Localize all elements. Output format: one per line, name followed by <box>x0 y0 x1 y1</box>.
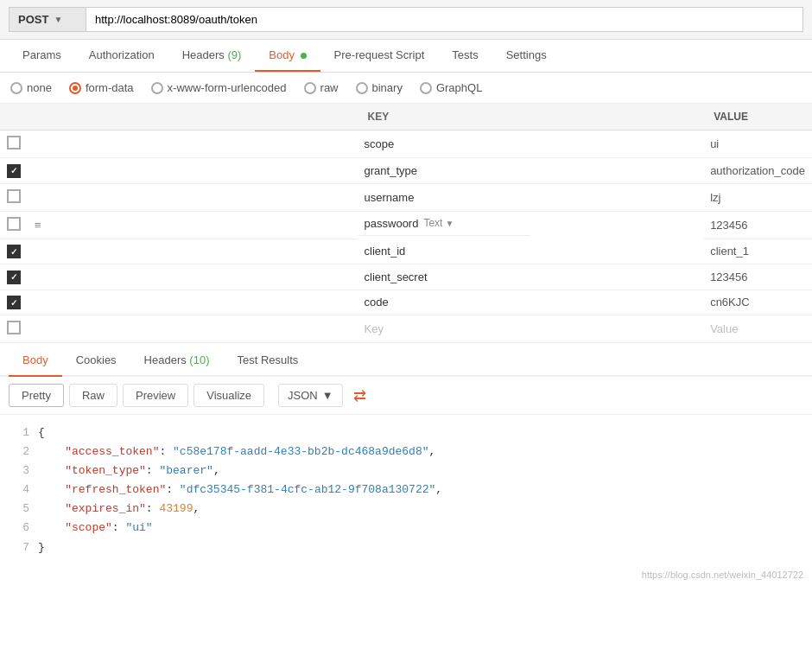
pretty-button[interactable]: Pretty <box>9 384 64 407</box>
radio-binary-dot <box>356 82 368 94</box>
json-key: "scope" <box>65 521 112 534</box>
row-checkbox[interactable] <box>7 217 21 231</box>
row-checkbox[interactable] <box>7 164 21 178</box>
col-value-header: VALUE <box>703 104 812 130</box>
key-cell[interactable]: passwoord <box>365 217 419 230</box>
json-line: 1 { <box>12 423 800 442</box>
json-line: 7 } <box>12 538 800 557</box>
table-row: client_id client_1 <box>0 239 812 264</box>
radio-urlencoded[interactable]: x-www-form-urlencoded <box>151 81 287 94</box>
tab-response-body[interactable]: Body <box>9 345 62 377</box>
radio-graphql-label: GraphQL <box>436 81 482 94</box>
value-cell[interactable]: cn6KJC <box>710 296 750 309</box>
drag-handle <box>28 239 358 264</box>
radio-binary-label: binary <box>372 81 403 94</box>
key-cell[interactable]: code <box>365 296 389 309</box>
json-key: "refresh_token" <box>65 483 166 496</box>
top-tabs: Params Authorization Headers (9) Body Pr… <box>0 40 812 73</box>
form-data-table: KEY VALUE scope ui grant_type authorizat… <box>0 104 812 343</box>
col-key-header: KEY <box>358 104 704 130</box>
row-checkbox[interactable] <box>7 271 21 284</box>
radio-form-data[interactable]: form-data <box>69 81 134 94</box>
json-line: 3 "token_type": "bearer", <box>12 461 800 481</box>
value-cell[interactable]: ui <box>710 137 719 150</box>
key-cell[interactable]: grant_type <box>365 164 417 177</box>
value-cell[interactable]: lzj <box>710 191 720 204</box>
tab-authorization[interactable]: Authorization <box>75 40 168 72</box>
value-cell[interactable]: 123456 <box>710 219 747 232</box>
value-cell[interactable]: 123456 <box>710 271 747 283</box>
value-cell[interactable]: client_1 <box>710 245 749 258</box>
json-entry: "refresh_token": "dfc35345-f381-4cfc-ab1… <box>38 481 442 500</box>
tab-response-headers[interactable]: Headers (10) <box>130 345 224 377</box>
radio-none[interactable]: none <box>10 81 52 94</box>
key-cell[interactable]: client_secret <box>365 271 428 283</box>
json-key: "access_token" <box>65 445 159 458</box>
json-key: "token_type" <box>65 464 146 477</box>
method-selector[interactable]: POST ▼ <box>9 7 86 32</box>
bottom-tabs: Body Cookies Headers (10) Test Results <box>0 345 812 377</box>
line-number: 3 <box>12 461 29 481</box>
tab-body[interactable]: Body <box>255 40 320 72</box>
preview-button[interactable]: Preview <box>123 384 188 407</box>
tab-test-results[interactable]: Test Results <box>223 345 312 377</box>
table-row: client_secret 123456 <box>0 264 812 290</box>
json-key: "expires_in" <box>65 502 146 515</box>
url-input[interactable] <box>86 7 803 32</box>
body-dot-icon <box>301 53 307 59</box>
radio-graphql[interactable]: GraphQL <box>420 81 482 94</box>
tab-tests[interactable]: Tests <box>438 40 492 72</box>
row-checkbox[interactable] <box>7 136 21 150</box>
row-checkbox[interactable] <box>7 321 21 334</box>
url-bar: POST ▼ <box>0 0 812 40</box>
row-checkbox[interactable] <box>7 245 21 258</box>
tab-params[interactable]: Params <box>9 40 75 72</box>
drag-handle <box>28 183 358 211</box>
method-chevron-icon: ▼ <box>54 15 62 24</box>
json-entry: "access_token": "c58e178f-aadd-4e33-bb2b… <box>38 442 435 461</box>
radio-form-data-label: form-data <box>86 81 134 94</box>
key-cell[interactable]: scope <box>365 137 395 150</box>
wrap-icon[interactable]: ⇄ <box>353 386 366 405</box>
radio-none-dot <box>10 82 22 94</box>
json-entry: "scope": "ui" <box>38 519 153 538</box>
key-placeholder[interactable]: Key <box>365 322 384 335</box>
col-drag-header <box>28 104 358 130</box>
radio-raw-label: raw <box>320 81 339 94</box>
radio-raw[interactable]: raw <box>304 81 339 94</box>
json-line: 4 "refresh_token": "dfc35345-f381-4cfc-a… <box>12 481 800 500</box>
tab-headers[interactable]: Headers (9) <box>168 40 256 72</box>
method-label: POST <box>18 13 48 26</box>
key-cell[interactable]: username <box>365 191 415 204</box>
line-number: 4 <box>12 481 29 500</box>
json-bracket: { <box>38 423 45 442</box>
radio-urlencoded-label: x-www-form-urlencoded <box>168 81 287 94</box>
row-checkbox[interactable] <box>7 296 21 309</box>
tab-cookies[interactable]: Cookies <box>62 345 130 377</box>
tab-settings[interactable]: Settings <box>492 40 561 72</box>
response-headers-badge: (10) <box>189 353 209 366</box>
text-type-arrow-icon: ▼ <box>445 219 454 228</box>
json-bracket: } <box>38 538 45 557</box>
line-number: 2 <box>12 442 29 461</box>
raw-button[interactable]: Raw <box>69 384 117 407</box>
radio-urlencoded-dot <box>151 82 163 94</box>
response-toolbar: Pretty Raw Preview Visualize JSON ▼ ⇄ <box>0 377 812 415</box>
radio-form-data-dot <box>69 82 81 94</box>
tab-pre-request[interactable]: Pre-request Script <box>320 40 439 72</box>
drag-handle <box>28 130 358 158</box>
radio-binary[interactable]: binary <box>356 81 403 94</box>
json-value: "c58e178f-aadd-4e33-bb2b-dc468a9de6d8" <box>173 445 428 458</box>
radio-none-label: none <box>27 81 52 94</box>
row-checkbox[interactable] <box>7 189 21 203</box>
radio-graphql-dot <box>420 82 432 94</box>
value-cell[interactable]: authorization_code <box>710 164 805 177</box>
text-type-badge[interactable]: Text ▼ <box>423 217 454 229</box>
visualize-button[interactable]: Visualize <box>193 384 264 407</box>
table-row: username lzj <box>0 183 812 211</box>
json-value: "bearer" <box>159 464 213 477</box>
value-placeholder[interactable]: Value <box>710 322 738 335</box>
drag-handle <box>28 264 358 290</box>
format-selector[interactable]: JSON ▼ <box>278 384 343 407</box>
key-cell[interactable]: client_id <box>365 245 406 258</box>
